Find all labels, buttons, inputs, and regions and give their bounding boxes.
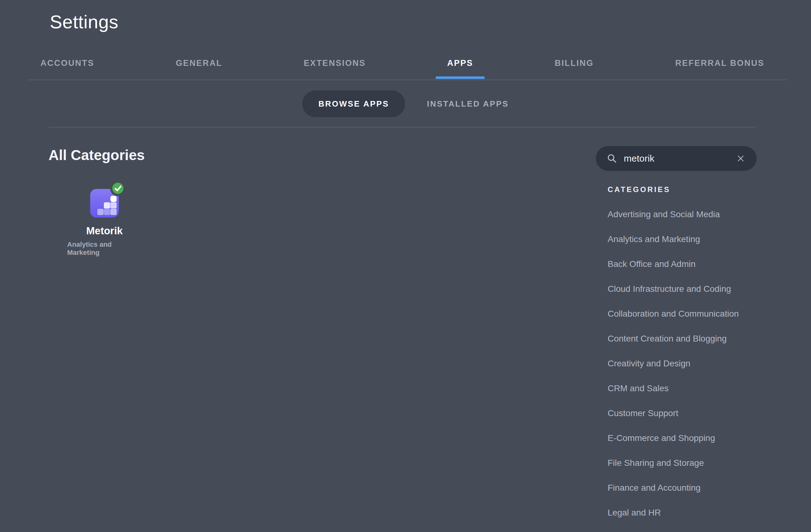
category-item-analytics-and-marketing[interactable]: Analytics and Marketing: [608, 234, 700, 244]
category-item-e-commerce-and-shopping[interactable]: E-Commerce and Shopping: [608, 433, 715, 443]
page-title: Settings: [50, 11, 119, 33]
category-item-file-sharing-and-storage[interactable]: File Sharing and Storage: [608, 458, 704, 468]
tab-accounts[interactable]: ACCOUNTS: [41, 58, 94, 68]
settings-tab-bar: ACCOUNTS GENERAL EXTENSIONS APPS BILLING…: [41, 58, 764, 68]
search-input[interactable]: [624, 153, 736, 164]
categories-heading: CATEGORIES: [608, 185, 671, 194]
app-card-metorik[interactable]: Metorik Analytics and Marketing: [67, 182, 142, 257]
app-name: Metorik: [86, 225, 123, 237]
installed-apps-button[interactable]: INSTALLED APPS: [427, 99, 509, 109]
app-category-label: Analytics and Marketing: [67, 240, 142, 257]
categories-sidebar: CATEGORIES Advertising and Social Media …: [596, 146, 756, 525]
category-list: CATEGORIES Advertising and Social Media …: [596, 177, 756, 525]
category-item-back-office-and-admin[interactable]: Back Office and Admin: [608, 259, 695, 269]
tab-apps[interactable]: APPS: [447, 58, 473, 68]
category-item-creativity-and-design[interactable]: Creativity and Design: [608, 359, 690, 369]
category-item-crm-and-sales[interactable]: CRM and Sales: [608, 384, 669, 393]
category-item-customer-support[interactable]: Customer Support: [608, 408, 678, 418]
app-search-box[interactable]: [596, 146, 756, 171]
tab-referral-bonus[interactable]: REFERRAL BONUS: [675, 58, 764, 68]
category-item-cloud-infrastructure-and-coding[interactable]: Cloud Infrastructure and Coding: [608, 284, 731, 294]
tab-bar-divider: [29, 79, 787, 80]
clear-search-icon[interactable]: [736, 154, 745, 163]
category-item-content-creation-and-blogging[interactable]: Content Creation and Blogging: [608, 334, 727, 344]
installed-check-icon: [112, 183, 123, 194]
search-icon: [607, 154, 617, 163]
browse-apps-button[interactable]: BROWSE APPS: [302, 91, 405, 117]
category-item-advertising-and-social-media[interactable]: Advertising and Social Media: [608, 209, 720, 219]
tab-general[interactable]: GENERAL: [176, 58, 222, 68]
all-categories-heading: All Categories: [48, 147, 144, 163]
category-item-finance-and-accounting[interactable]: Finance and Accounting: [608, 483, 701, 493]
tab-billing[interactable]: BILLING: [555, 58, 594, 68]
tab-extensions[interactable]: EXTENSIONS: [304, 58, 366, 68]
category-item-collaboration-and-communication[interactable]: Collaboration and Communication: [608, 309, 739, 319]
app-icon-wrap: [90, 189, 119, 218]
content-divider: [48, 127, 756, 128]
category-item-legal-and-hr[interactable]: Legal and HR: [608, 508, 661, 518]
apps-subnav: BROWSE APPS INSTALLED APPS: [0, 91, 811, 117]
